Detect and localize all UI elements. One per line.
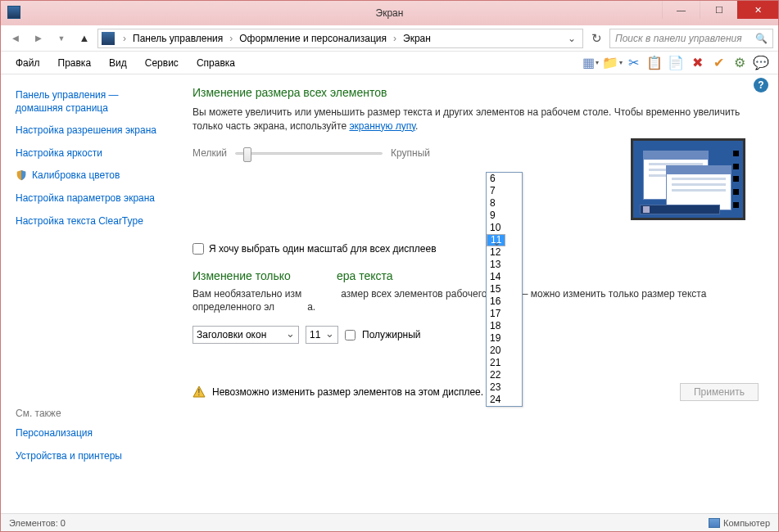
crumb-1[interactable]: Оформление и персонализация — [238, 33, 388, 44]
delete-icon[interactable]: ✖ — [688, 54, 706, 72]
layout-icon[interactable]: ▦ — [582, 54, 600, 72]
fontsize-dropdown[interactable]: 6789101112131415161718192021222324 — [486, 172, 523, 407]
fontsize-option[interactable]: 10 — [487, 222, 522, 234]
up-button[interactable]: ▲ — [75, 29, 94, 48]
bold-checkbox[interactable] — [345, 330, 356, 340]
fontsize-option[interactable]: 7 — [487, 185, 522, 197]
single-scale-checkbox[interactable] — [192, 243, 204, 255]
para-2: Вам необязательно измXXXXXXазмер всех эл… — [192, 287, 759, 315]
fontsize-option[interactable]: 16 — [487, 295, 522, 308]
path-dropdown[interactable]: ⌄ — [564, 33, 579, 44]
menu-edit[interactable]: Правка — [50, 54, 100, 72]
fontsize-option[interactable]: 12 — [487, 246, 522, 259]
back-button[interactable]: ◄ — [6, 29, 25, 48]
sidebar-item-resolution[interactable]: Настройка разрешения экрана — [16, 124, 163, 138]
chat-icon[interactable]: 💬 — [752, 54, 770, 72]
search-input[interactable]: Поиск в панели управления 🔍 — [609, 29, 773, 48]
menu-view[interactable]: Вид — [101, 54, 135, 72]
paste-icon[interactable]: 📄 — [667, 54, 685, 72]
seealso-devices[interactable]: Устройства и принтеры — [16, 450, 163, 463]
apply-button[interactable]: Применить — [680, 383, 759, 401]
fontsize-option[interactable]: 13 — [487, 259, 522, 271]
menu-file[interactable]: Файл — [7, 54, 48, 72]
copy-icon[interactable]: 📋 — [645, 54, 664, 72]
cp-icon — [102, 32, 115, 45]
sidebar-item-calibration[interactable]: Калибровка цветов — [32, 169, 120, 183]
seealso-heading: См. также — [16, 408, 163, 419]
bold-label: Полужирный — [362, 329, 421, 340]
fontsize-option[interactable]: 19 — [487, 332, 522, 345]
menubar: Файл Правка Вид Сервис Справка ▦📁✂📋📄✖✔⚙💬 — [1, 52, 778, 74]
fontsize-option[interactable]: 20 — [487, 345, 522, 357]
sidebar-item-params[interactable]: Настройка параметров экрана — [16, 192, 163, 205]
window-title: Экран — [376, 7, 404, 19]
forward-button[interactable]: ► — [29, 29, 48, 48]
heading-resize-all: Изменение размера всех элементов — [192, 86, 759, 99]
slider-thumb[interactable] — [243, 147, 251, 162]
nav-row: ◄ ► ▼ ▲ › Панель управления › Оформление… — [1, 25, 778, 52]
heading-text-only: Изменение толькоXXXXXXера текста — [192, 269, 759, 282]
fontsize-option[interactable]: 21 — [487, 357, 522, 369]
sidebar-item-brightness[interactable]: Настройка яркости — [16, 147, 163, 160]
maximize-button[interactable]: ☐ — [700, 1, 737, 19]
fontsize-option[interactable]: 9 — [487, 210, 522, 222]
fontsize-option[interactable]: 24 — [487, 394, 522, 406]
single-scale-label: Я хочу выбрать один масштаб для всех дис… — [209, 243, 437, 255]
fontsize-option[interactable]: 22 — [487, 369, 522, 381]
seealso-personalization[interactable]: Персонализация — [16, 427, 163, 440]
svg-text:!: ! — [198, 388, 201, 397]
fontsize-option[interactable]: 15 — [487, 283, 522, 295]
fontsize-option[interactable]: 17 — [487, 308, 522, 320]
sidebar-item-home[interactable]: Панель управления — домашняя страница — [16, 89, 163, 115]
para-1: Вы можете увеличить или уменьшить размер… — [192, 106, 759, 133]
search-icon[interactable]: 🔍 — [755, 33, 768, 44]
minimize-button[interactable]: — — [662, 1, 700, 19]
scissors-icon[interactable]: ✂ — [624, 54, 642, 72]
recent-dropdown[interactable]: ▼ — [52, 29, 71, 48]
menu-help[interactable]: Справка — [188, 54, 243, 72]
sidebar: Панель управления — домашняя страница На… — [1, 74, 173, 511]
app-icon — [7, 6, 20, 19]
statusbar: Элементов: 0 Компьютер — [1, 513, 778, 531]
refresh-button[interactable]: ↻ — [587, 29, 606, 48]
fontsize-select[interactable]: 11 — [306, 326, 338, 344]
titlebar: Экран — ☐ ✕ — [1, 1, 778, 25]
folder-icon[interactable]: 📁 — [603, 54, 621, 72]
fontsize-option[interactable]: 23 — [487, 381, 522, 394]
crumb-2[interactable]: Экран — [401, 33, 433, 44]
computer-icon — [709, 518, 720, 528]
warning-text: Невозможно изменить размер элементов на … — [212, 386, 483, 398]
magnifier-link[interactable]: экранную лупу — [349, 120, 415, 132]
main-panel: Изменение размера всех элементов Вы може… — [173, 74, 778, 511]
fontsize-option[interactable]: 8 — [487, 197, 522, 210]
element-select[interactable]: Заголовки окон — [192, 326, 299, 344]
size-slider[interactable] — [235, 145, 383, 161]
sidebar-item-cleartype[interactable]: Настройка текста ClearType — [16, 215, 163, 228]
menu-service[interactable]: Сервис — [137, 54, 187, 72]
fontsize-option[interactable]: 18 — [487, 320, 522, 332]
shield-icon — [16, 169, 27, 181]
check-icon[interactable]: ✔ — [709, 54, 727, 72]
close-button[interactable]: ✕ — [737, 1, 778, 19]
options-icon[interactable]: ⚙ — [731, 54, 749, 72]
slider-max-label: Крупный — [391, 147, 430, 159]
fontsize-option[interactable]: 14 — [487, 271, 522, 283]
status-left: Элементов: 0 — [9, 518, 66, 528]
slider-min-label: Мелкий — [192, 147, 227, 159]
fontsize-option[interactable]: 11 — [487, 234, 505, 246]
crumb-0[interactable]: Панель управления — [131, 33, 224, 44]
status-right: Компьютер — [723, 518, 770, 528]
warning-icon: ! — [192, 385, 206, 399]
preview-monitor — [631, 138, 745, 220]
breadcrumb[interactable]: › Панель управления › Оформление и персо… — [97, 29, 583, 48]
fontsize-option[interactable]: 6 — [487, 173, 522, 185]
